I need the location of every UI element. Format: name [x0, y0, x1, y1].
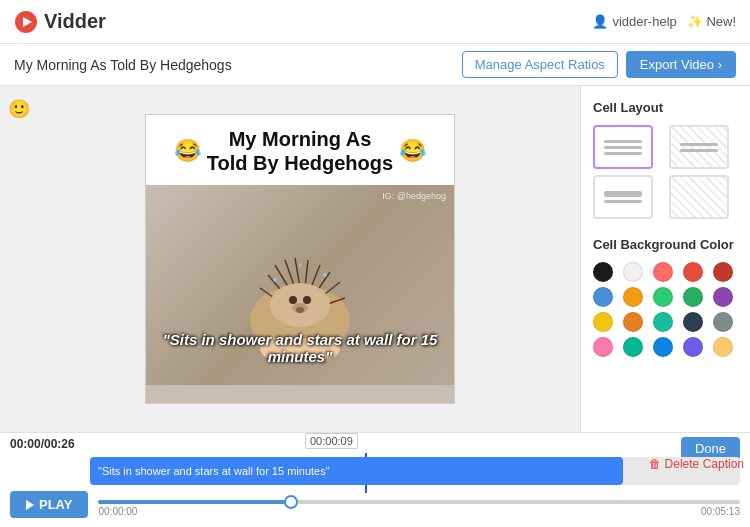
cell-bg-color-title: Cell Background Color [593, 237, 738, 252]
title-emoji-left: 😂 [174, 138, 201, 164]
color-swatch[interactable] [653, 287, 673, 307]
video-title-text: My Morning As Told By Hedgehogs [207, 127, 393, 175]
color-swatch[interactable] [593, 337, 613, 357]
timeline-track[interactable]: "Sits in shower and stars at wall for 15… [90, 457, 740, 485]
svg-point-14 [289, 296, 297, 304]
play-icon [26, 500, 34, 510]
ig-handle: IG: @hedgehog [382, 191, 446, 201]
app-header: Vidder 👤 vidder-help ✨ New! [0, 0, 750, 44]
cell-layout-title: Cell Layout [593, 100, 738, 115]
color-swatch[interactable] [623, 262, 643, 282]
vidder-help-label: vidder-help [612, 14, 676, 29]
layout-option-3[interactable] [593, 175, 653, 219]
scrubber-fill [98, 500, 290, 504]
timeline-track-area: "Sits in shower and stars at wall for 15… [0, 451, 750, 485]
delete-caption-label: Delete Caption [665, 457, 744, 471]
svg-point-17 [296, 307, 304, 313]
color-swatch[interactable] [623, 312, 643, 332]
layout-line-1 [604, 140, 642, 143]
color-swatch[interactable] [653, 312, 673, 332]
vidder-help-link[interactable]: 👤 vidder-help [592, 14, 676, 29]
color-swatch[interactable] [713, 262, 733, 282]
canvas-area: 🙂 😂 My Morning As Told By Hedgehogs 😂 IG… [0, 86, 580, 432]
scrubber-thumb[interactable] [284, 495, 298, 509]
layout-option-2[interactable] [669, 125, 729, 169]
project-title: My Morning As Told By Hedgehogs [14, 57, 462, 73]
timeline-top: 00:00/00:26 00:00:09 Done [0, 433, 750, 451]
smiley-button[interactable]: 🙂 [8, 98, 30, 120]
main-area: 🙂 😂 My Morning As Told By Hedgehogs 😂 IG… [0, 86, 750, 432]
color-swatch[interactable] [713, 337, 733, 357]
video-title-card: 😂 My Morning As Told By Hedgehogs 😂 [146, 115, 454, 185]
layout-diagonal [671, 127, 727, 167]
color-swatch[interactable] [653, 262, 673, 282]
play-label: PLAY [39, 497, 72, 512]
color-swatch[interactable] [593, 287, 613, 307]
color-swatch[interactable] [623, 287, 643, 307]
color-swatch[interactable] [593, 312, 613, 332]
caption-block[interactable]: "Sits in shower and stars at wall for 15… [90, 457, 623, 485]
app-logo-text: Vidder [44, 10, 106, 33]
subheader-actions: Manage Aspect Ratios Export Video › [462, 51, 736, 78]
scrubber-track[interactable] [98, 500, 740, 504]
color-swatch[interactable] [683, 312, 703, 332]
right-panel: Cell Layout Cell Bac [580, 86, 750, 432]
svg-point-19 [273, 278, 277, 282]
color-swatch[interactable] [683, 262, 703, 282]
logo-area[interactable]: Vidder [14, 10, 106, 34]
scrubber-area[interactable]: 00:00:00 00:05:13 [98, 492, 740, 517]
layout-option-4[interactable] [669, 175, 729, 219]
color-swatch[interactable] [683, 337, 703, 357]
header-right: 👤 vidder-help ✨ New! [592, 14, 736, 29]
timeline-area: 00:00/00:26 00:00:09 Done "Sits in showe… [0, 432, 750, 527]
video-caption-overlay: "Sits in shower and stars at wall for 15… [146, 331, 454, 365]
layout-line-5 [680, 149, 718, 152]
delete-caption-button[interactable]: 🗑 Delete Caption [649, 457, 744, 471]
subheader: My Morning As Told By Hedgehogs Manage A… [0, 44, 750, 86]
color-swatch[interactable] [683, 287, 703, 307]
color-swatch[interactable] [713, 287, 733, 307]
color-swatch[interactable] [623, 337, 643, 357]
export-video-button[interactable]: Export Video › [626, 51, 736, 78]
color-swatch[interactable] [593, 262, 613, 282]
svg-point-20 [323, 273, 327, 277]
bottom-controls: PLAY 00:00:00 00:05:13 [0, 485, 750, 518]
svg-point-21 [299, 264, 302, 267]
timeline-marker: 00:00:09 [305, 433, 358, 449]
svg-point-15 [303, 296, 311, 304]
layout-line-2 [604, 146, 642, 149]
svg-line-5 [295, 258, 300, 287]
color-swatch[interactable] [653, 337, 673, 357]
scrubber-end-label: 00:05:13 [701, 506, 740, 517]
layout-line-3 [604, 152, 642, 155]
timeline-time-label: 00:00:09 [305, 433, 358, 449]
new-badge-link[interactable]: ✨ New! [687, 14, 736, 29]
scrubber-labels: 00:00:00 00:05:13 [98, 506, 740, 517]
layout-line-4 [680, 143, 718, 146]
manage-aspect-ratios-button[interactable]: Manage Aspect Ratios [462, 51, 618, 78]
layout-line-6 [604, 200, 642, 203]
help-person-icon: 👤 [592, 14, 608, 29]
vidder-logo-icon [14, 10, 38, 34]
color-grid [593, 262, 738, 357]
caption-block-text: "Sits in shower and stars at wall for 15… [98, 465, 330, 477]
cell-layout-grid [593, 125, 738, 219]
time-counter: 00:00/00:26 [10, 437, 75, 451]
trash-icon: 🗑 [649, 457, 661, 471]
video-image-area: IG: @hedgehog [146, 185, 454, 385]
play-button[interactable]: PLAY [10, 491, 88, 518]
layout-diagonal-2 [671, 177, 727, 217]
video-frame: 😂 My Morning As Told By Hedgehogs 😂 IG: … [145, 114, 455, 404]
layout-option-1[interactable] [593, 125, 653, 169]
title-emoji-right: 😂 [399, 138, 426, 164]
layout-big-line-1 [604, 191, 642, 197]
scrubber-start-label: 00:00:00 [98, 506, 137, 517]
color-swatch[interactable] [713, 312, 733, 332]
